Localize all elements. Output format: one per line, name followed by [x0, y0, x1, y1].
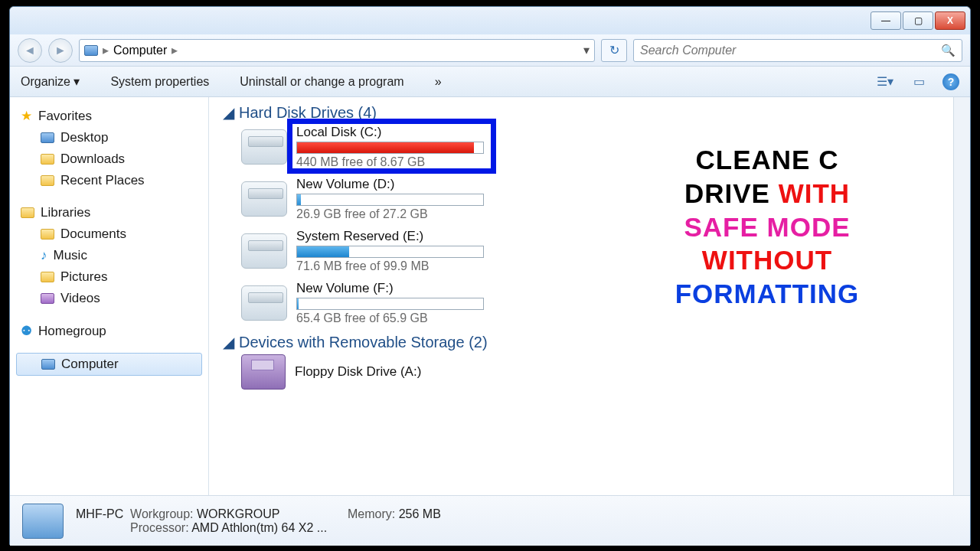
drive-free-text: 71.6 MB free of 99.9 MB [296, 259, 484, 273]
libraries-icon [21, 207, 34, 218]
hdd-section-header[interactable]: ◢Hard Disk Drives (4) [223, 103, 962, 122]
nav-sidebar: ★Favorites Desktop Downloads Recent Plac… [10, 97, 209, 495]
drive-name: Floppy Disk Drive (A:) [295, 364, 421, 380]
status-bar: MHF-PC Workgroup: WORKGROUP Memory: 256 … [10, 495, 970, 546]
close-button[interactable]: X [935, 11, 965, 30]
system-properties-button[interactable]: System properties [110, 75, 209, 89]
sidebar-favorites[interactable]: ★Favorites [10, 105, 208, 127]
refresh-button[interactable]: ↻ [601, 39, 627, 62]
sidebar-homegroup[interactable]: ⚉Homegroup [10, 320, 208, 342]
address-bar[interactable]: ▸ Computer ▸ ▾ [79, 39, 595, 62]
search-input[interactable] [640, 44, 941, 57]
address-dropdown[interactable]: ▾ [583, 43, 590, 57]
hdd-icon [241, 181, 287, 217]
documents-icon [41, 229, 54, 240]
organize-menu[interactable]: Organize ▾ [21, 74, 80, 89]
titlebar: — ▢ X [10, 7, 970, 34]
sidebar-item-videos[interactable]: Videos [10, 288, 208, 309]
breadcrumb-sep: ▸ [172, 43, 178, 57]
hdd-icon [241, 129, 287, 165]
toolbar-overflow[interactable]: » [435, 75, 442, 89]
drive-free-text: 440 MB free of 8.67 GB [296, 155, 484, 169]
computer-icon [84, 45, 98, 56]
search-box[interactable]: 🔍 [633, 39, 962, 62]
floppy-icon [241, 354, 286, 390]
desktop-icon [41, 132, 54, 143]
hdd-icon [241, 233, 287, 269]
uninstall-button[interactable]: Uninstall or change a program [240, 75, 403, 89]
capacity-bar [296, 142, 484, 154]
overlay-caption: CLEANE C DRIVE WITH SAFE MODE WITHOUT FO… [618, 143, 916, 311]
drive-name: Local Disk (C:) [296, 125, 484, 140]
sidebar-libraries[interactable]: Libraries [10, 202, 208, 223]
sidebar-item-desktop[interactable]: Desktop [10, 127, 208, 148]
capacity-bar [296, 194, 484, 206]
videos-icon [41, 293, 54, 304]
search-icon: 🔍 [941, 44, 956, 57]
back-button[interactable]: ◄ [18, 38, 42, 63]
drive-free-text: 26.9 GB free of 27.2 GB [296, 207, 484, 221]
sidebar-item-documents[interactable]: Documents [10, 223, 208, 245]
collapse-icon: ◢ [223, 333, 234, 351]
preview-pane-icon[interactable]: ▭ [909, 73, 929, 91]
breadcrumb-root[interactable]: Computer [113, 44, 167, 57]
address-row: ◄ ► ▸ Computer ▸ ▾ ↻ 🔍 [10, 34, 970, 67]
pc-icon [22, 504, 64, 539]
view-options-icon[interactable]: ☰▾ [875, 73, 895, 91]
minimize-button[interactable]: — [871, 11, 901, 30]
capacity-bar [296, 246, 484, 258]
status-text: MHF-PC Workgroup: WORKGROUP Memory: 256 … [76, 507, 441, 535]
sidebar-item-recent[interactable]: Recent Places [10, 170, 208, 191]
homegroup-icon: ⚉ [21, 323, 32, 339]
star-icon: ★ [21, 108, 32, 124]
drive-name: System Reserved (E:) [296, 229, 484, 244]
sidebar-item-computer[interactable]: Computer [16, 353, 202, 376]
collapse-icon: ◢ [223, 103, 234, 122]
drive-name: New Volume (F:) [296, 281, 484, 296]
toolbar: Organize ▾ System properties Uninstall o… [10, 67, 970, 97]
scrollbar[interactable] [953, 97, 970, 495]
breadcrumb-sep: ▸ [103, 43, 109, 57]
music-icon: ♪ [41, 248, 47, 263]
pc-name: MHF-PC [76, 507, 123, 520]
drive-floppy[interactable]: Floppy Disk Drive (A:) [241, 354, 962, 390]
folder-icon [41, 154, 54, 165]
drive-name: New Volume (D:) [296, 177, 484, 192]
removable-section-header[interactable]: ◢Devices with Removable Storage (2) [223, 333, 962, 351]
folder-icon [41, 175, 54, 186]
drive-free-text: 65.4 GB free of 65.9 GB [296, 311, 484, 325]
computer-icon [41, 359, 55, 370]
maximize-button[interactable]: ▢ [903, 11, 933, 30]
help-icon[interactable]: ? [942, 73, 959, 90]
capacity-bar [296, 298, 484, 310]
explorer-window: — ▢ X ◄ ► ▸ Computer ▸ ▾ ↻ 🔍 Organize ▾ … [9, 6, 971, 545]
sidebar-item-pictures[interactable]: Pictures [10, 266, 208, 288]
sidebar-item-music[interactable]: ♪Music [10, 245, 208, 266]
hdd-icon [241, 285, 287, 321]
forward-button[interactable]: ► [48, 38, 73, 63]
pictures-icon [41, 272, 54, 282]
sidebar-item-downloads[interactable]: Downloads [10, 148, 208, 170]
